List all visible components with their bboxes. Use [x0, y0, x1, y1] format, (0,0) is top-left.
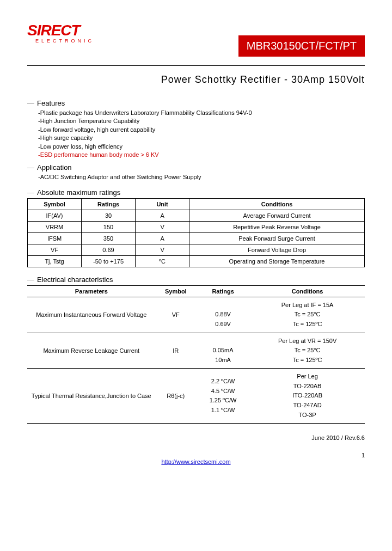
table-row: IFSM350APeak Forward Surge Current — [28, 232, 365, 244]
feature-item: -Plastic package has Underwriters Labora… — [38, 109, 365, 117]
document-title: Power Schottky Rectifier - 30Amp 150Volt — [27, 74, 365, 85]
feature-item: -High Junction Temperature Capability — [38, 117, 365, 125]
table-row: Maximum Instantaneous Forward Voltage VF… — [27, 297, 365, 333]
elec-char-heading: —Electrical characteristics — [27, 276, 365, 284]
feature-item-esd: -ESD performance human body mode > 6 KV — [38, 151, 365, 159]
features-list: -Plastic package has Underwriters Labora… — [38, 109, 365, 159]
table-row: VRRM150VRepetitive Peak Reverse Voltage — [28, 221, 365, 232]
col-parameters: Parameters — [27, 285, 156, 297]
divider — [27, 65, 365, 66]
datasheet-page: SIRECT ELECTRONIC MBR30150CT/FCT/PT Powe… — [0, 0, 392, 551]
col-symbol: Symbol — [156, 285, 196, 297]
abs-max-heading: —Absolute maximum ratings — [27, 188, 365, 197]
company-url[interactable]: http://www.sirectsemi.com — [27, 458, 365, 465]
table-row: IF(AV)30AAverage Forward Current — [28, 210, 365, 221]
revision-text: June 2010 / Rev.6.6 — [27, 434, 365, 441]
col-symbol: Symbol — [28, 198, 82, 210]
table-header-row: Symbol Ratings Unit Conditions — [28, 198, 365, 210]
table-row: VF0.69VForward Voltage Drop — [28, 244, 365, 255]
feature-item: -High surge capacity — [38, 134, 365, 142]
features-heading: —Features — [27, 99, 365, 107]
table-header-row: Parameters Symbol Ratings Conditions — [27, 285, 365, 297]
page-number: 1 — [27, 452, 365, 458]
col-ratings: Ratings — [82, 198, 136, 210]
feature-item: -Low power loss, high efficiency — [38, 143, 365, 151]
feature-item: -Low forward voltage, high current capab… — [38, 126, 365, 134]
application-heading: —Application — [27, 163, 365, 172]
abs-max-table: Symbol Ratings Unit Conditions IF(AV)30A… — [27, 198, 365, 267]
table-row: Maximum Reverse Leakage Current IR 0.05m… — [27, 333, 365, 369]
table-row: Typical Thermal Resistance,Junction to C… — [27, 369, 365, 424]
elec-char-table: Parameters Symbol Ratings Conditions Max… — [27, 285, 365, 424]
col-conditions: Conditions — [189, 198, 365, 210]
table-row: Tj, Tstg-50 to +175ºCOperating and Stora… — [28, 255, 365, 267]
col-conditions: Conditions — [250, 285, 365, 297]
col-unit: Unit — [136, 198, 189, 210]
application-text: -AC/DC Switching Adaptor and other Switc… — [38, 173, 365, 181]
footer: June 2010 / Rev.6.6 1 http://www.sirects… — [27, 434, 365, 465]
part-number-banner: MBR30150CT/FCT/PT — [238, 35, 365, 57]
col-ratings: Ratings — [196, 285, 250, 297]
